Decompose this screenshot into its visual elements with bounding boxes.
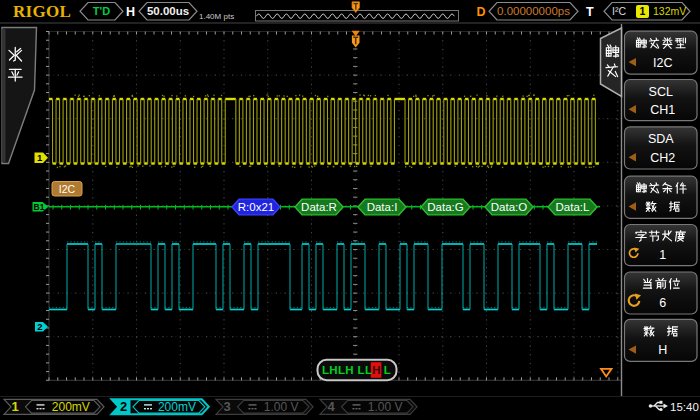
svg-text:6: 6 <box>659 296 666 310</box>
svg-text:4: 4 <box>327 399 335 414</box>
svg-text:LL: LL <box>358 364 373 376</box>
svg-text:SDA: SDA <box>648 132 674 146</box>
svg-text:CH2: CH2 <box>650 151 675 165</box>
svg-text:CH1: CH1 <box>650 103 675 117</box>
svg-text:H: H <box>126 5 135 19</box>
svg-text:Data:L: Data:L <box>556 201 590 213</box>
svg-text:Data:O: Data:O <box>491 201 527 213</box>
svg-text:1.00 V: 1.00 V <box>264 400 299 414</box>
svg-text:2: 2 <box>37 321 42 332</box>
svg-text:1: 1 <box>37 152 43 163</box>
svg-text:3: 3 <box>223 399 230 414</box>
svg-text:1: 1 <box>659 248 666 262</box>
svg-text:15:40: 15:40 <box>670 401 699 413</box>
svg-text:L: L <box>384 364 391 376</box>
svg-text:1.00 V: 1.00 V <box>368 400 403 414</box>
svg-text:H: H <box>658 343 667 357</box>
svg-text:1: 1 <box>640 5 646 17</box>
svg-text:I2C: I2C <box>59 183 76 195</box>
svg-text:Data:R: Data:R <box>301 201 337 213</box>
svg-text:B1: B1 <box>34 202 45 212</box>
svg-text:200mV: 200mV <box>158 400 196 414</box>
svg-text:Data:I: Data:I <box>367 201 398 213</box>
svg-text:H: H <box>372 364 380 376</box>
svg-text:Data:G: Data:G <box>427 201 463 213</box>
svg-text:RIGOL: RIGOL <box>13 2 71 21</box>
svg-text:I2C: I2C <box>653 56 672 70</box>
svg-text:200mV: 200mV <box>52 400 90 414</box>
svg-text:I²C: I²C <box>612 5 626 17</box>
svg-text:132mV: 132mV <box>653 5 686 17</box>
svg-text:1: 1 <box>11 399 18 414</box>
svg-text:1.40M pts: 1.40M pts <box>199 12 234 21</box>
svg-text:D: D <box>477 5 486 19</box>
svg-text:SCL: SCL <box>649 85 673 99</box>
svg-text:2: 2 <box>120 399 127 414</box>
svg-text:50.00us: 50.00us <box>147 5 189 17</box>
svg-text:T: T <box>586 5 594 19</box>
svg-text:R:0x21: R:0x21 <box>238 201 274 213</box>
svg-text:LHLH: LHLH <box>322 364 354 376</box>
svg-text:T'D: T'D <box>93 5 110 17</box>
svg-text:0.00000000ps: 0.00000000ps <box>497 5 570 17</box>
